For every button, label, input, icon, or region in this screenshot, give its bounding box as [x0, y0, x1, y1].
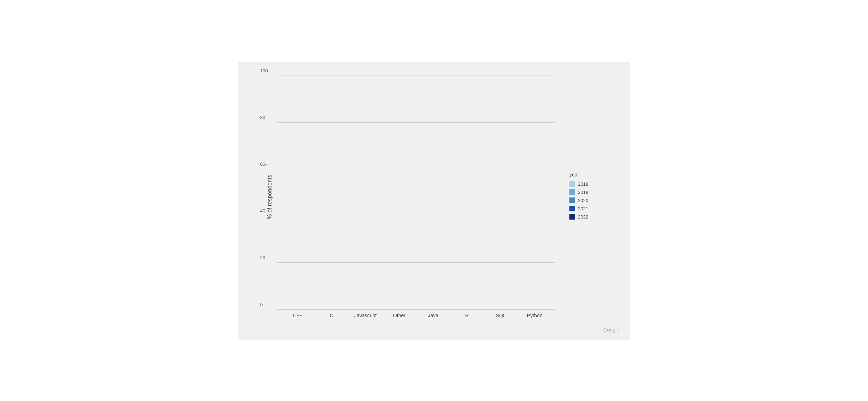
legend-label-2022: 2022: [578, 214, 588, 220]
x-axis-labels: C++CJavascriptOtherJavaRSQLPython: [277, 310, 555, 318]
grid-label: 80-: [260, 114, 267, 120]
legend-label-2020: 2020: [578, 198, 588, 203]
y-axis-label: % of respondents: [267, 76, 273, 318]
x-label-Other: Other: [385, 313, 414, 318]
grid-label: 100-: [260, 68, 269, 73]
legend-swatch-2021: [569, 206, 575, 211]
legend-label-2021: 2021: [578, 206, 588, 211]
bars-section: [277, 76, 555, 310]
legend-items: 20182019202020212022: [569, 181, 601, 222]
chart-container: % of respondents 0-20-40-60-80-100- C++C…: [238, 62, 630, 340]
legend-item-2021: 2021: [569, 206, 601, 211]
x-label-C: C: [317, 313, 346, 318]
legend-swatch-2018: [569, 181, 575, 187]
plot-and-legend: 0-20-40-60-80-100- C++CJavascriptOtherJa…: [277, 76, 609, 318]
legend-label-2018: 2018: [578, 181, 588, 187]
grid-and-bars: 0-20-40-60-80-100-: [277, 76, 555, 310]
x-label-Python: Python: [521, 313, 549, 318]
legend-item-2020: 2020: [569, 197, 601, 203]
grid-label: 0-: [260, 302, 264, 307]
grid-label: 40-: [260, 208, 267, 214]
legend-swatch-2020: [569, 197, 575, 203]
x-label-Java: Java: [419, 313, 448, 318]
google-credit: Google: [603, 327, 619, 333]
legend-swatch-2019: [569, 189, 575, 195]
x-label-R: R: [453, 313, 481, 318]
chart-area: % of respondents 0-20-40-60-80-100- C++C…: [267, 76, 609, 318]
legend: year 20182019202020212022: [562, 76, 609, 318]
plot-area: 0-20-40-60-80-100- C++CJavascriptOtherJa…: [277, 76, 555, 318]
x-label-Javascript: Javascript: [351, 313, 380, 318]
grid-label: 60-: [260, 161, 267, 166]
legend-item-2018: 2018: [569, 181, 601, 187]
legend-item-2022: 2022: [569, 214, 601, 220]
legend-label-2019: 2019: [578, 190, 588, 195]
x-label-SQL: SQL: [487, 313, 515, 318]
x-label-C++: C++: [284, 313, 312, 318]
legend-title: year: [569, 172, 601, 178]
legend-swatch-2022: [569, 214, 575, 220]
grid-label: 20-: [260, 255, 267, 260]
legend-item-2019: 2019: [569, 189, 601, 195]
